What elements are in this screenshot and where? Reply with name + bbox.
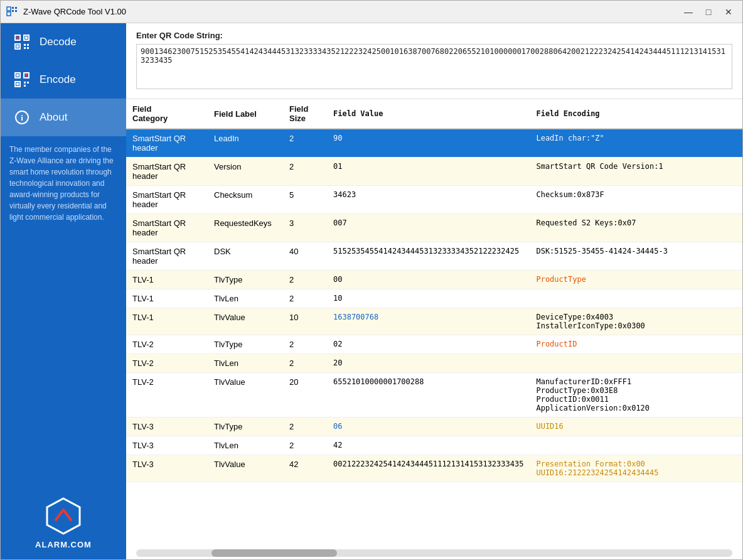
cell-encoding: ProductType: [530, 271, 742, 289]
cell-value: 01: [327, 158, 530, 186]
maximize-button[interactable]: □: [700, 4, 717, 19]
header-value: Field Value: [327, 99, 530, 129]
data-table: FieldCategory Field Label FieldSize Fiel…: [126, 99, 742, 482]
cell-value: 02: [327, 335, 530, 354]
svg-rect-13: [27, 44, 29, 46]
cell-encoding: [530, 354, 742, 373]
table-row[interactable]: SmartStart QR headerDSK40515253545541424…: [126, 242, 742, 271]
svg-rect-14: [24, 47, 26, 49]
table-row[interactable]: TLV-1TlvLen210: [126, 289, 742, 308]
minimize-button[interactable]: —: [680, 4, 697, 19]
table-row[interactable]: TLV-1TlvValue101638700768DeviceType:0x40…: [126, 308, 742, 335]
cell-size: 2: [283, 289, 327, 308]
table-row[interactable]: TLV-3TlvLen242: [126, 436, 742, 455]
main-window: Z-Wave QRCode Tool V1.00 — □ ✕: [0, 0, 743, 560]
cell-value: 5152535455414243444531323333435212223242…: [327, 242, 530, 271]
svg-rect-7: [16, 36, 19, 39]
table-row[interactable]: SmartStart QR headerLeadIn290LeadIn char…: [126, 129, 742, 158]
cell-label: Checksum: [208, 186, 283, 214]
table-row[interactable]: SmartStart QR headerChecksum534623Checks…: [126, 186, 742, 214]
title-bar: Z-Wave QRCode Tool V1.00 — □ ✕: [1, 1, 742, 23]
cell-encoding: ManufacturerID:0xFFF1 ProductType:0x03E8…: [530, 373, 742, 417]
cell-encoding: [530, 436, 742, 455]
cell-encoding: Requested S2 Keys:0x07: [530, 214, 742, 242]
cell-value: 00: [327, 271, 530, 289]
svg-rect-22: [24, 82, 26, 83]
data-table-container[interactable]: FieldCategory Field Label FieldSize Fiel…: [126, 99, 742, 547]
window-title: Z-Wave QRCode Tool V1.00: [23, 7, 680, 16]
cell-value: 007: [327, 214, 530, 242]
encode-icon: [13, 71, 31, 89]
cell-encoding: LeadIn char:"Z": [530, 129, 742, 158]
cell-label: TlvValue: [208, 308, 283, 335]
cell-label: DSK: [208, 242, 283, 271]
logo-area: ALARM.COM: [1, 486, 126, 559]
cell-category: TLV-3: [126, 436, 208, 455]
table-row[interactable]: TLV-3TlvType206UUID16: [126, 417, 742, 436]
svg-rect-1: [12, 7, 14, 9]
decode-icon: [13, 33, 31, 51]
cell-encoding: DSK:51525-35455-41424-34445-3: [530, 242, 742, 271]
horizontal-scrollbar[interactable]: [136, 549, 732, 557]
cell-label: TlvType: [208, 417, 283, 436]
svg-rect-12: [24, 44, 26, 46]
cell-category: TLV-2: [126, 354, 208, 373]
svg-rect-4: [15, 10, 17, 12]
cell-category: SmartStart QR header: [126, 129, 208, 158]
header-size: FieldSize: [283, 99, 327, 129]
svg-rect-21: [16, 83, 19, 85]
qr-input-field[interactable]: [136, 44, 732, 89]
about-description: The member companies of the Z-Wave Allia…: [1, 136, 126, 486]
table-header-row: FieldCategory Field Label FieldSize Fiel…: [126, 99, 742, 129]
cell-label: TlvLen: [208, 289, 283, 308]
right-panel: Enter QR Code String: FieldCategory Fiel…: [126, 23, 742, 559]
cell-size: 2: [283, 335, 327, 354]
svg-rect-3: [12, 10, 14, 12]
scrollbar-thumb[interactable]: [211, 549, 337, 557]
svg-text:i: i: [21, 113, 23, 122]
cell-encoding: UUID16: [530, 417, 742, 436]
alarm-logo-icon: [43, 496, 83, 536]
sidebar-item-encode[interactable]: Encode: [1, 61, 126, 99]
cell-category: SmartStart QR header: [126, 242, 208, 271]
cell-label: TlvValue: [208, 455, 283, 482]
cell-label: TlvType: [208, 335, 283, 354]
cell-encoding: SmartStart QR Code Version:1: [530, 158, 742, 186]
table-row[interactable]: SmartStart QR headerRequestedKeys3007Req…: [126, 214, 742, 242]
cell-size: 2: [283, 271, 327, 289]
cell-encoding: DeviceType:0x4003 InstallerIconType:0x03…: [530, 308, 742, 335]
svg-rect-5: [7, 12, 11, 16]
cell-size: 2: [283, 129, 327, 158]
svg-rect-19: [25, 74, 28, 77]
cell-label: LeadIn: [208, 129, 283, 158]
qr-input-label: Enter QR Code String:: [136, 31, 732, 40]
sidebar-item-decode[interactable]: Decode: [1, 23, 126, 61]
cell-value: 34623: [327, 186, 530, 214]
svg-rect-0: [7, 7, 11, 11]
table-row[interactable]: TLV-3TlvValue420021222324254142434445111…: [126, 455, 742, 482]
main-content: Decode Encode: [1, 23, 742, 559]
table-row[interactable]: TLV-2TlvValue2065521010000001700288Manuf…: [126, 373, 742, 417]
cell-label: RequestedKeys: [208, 214, 283, 242]
table-row[interactable]: TLV-1TlvType200ProductType: [126, 271, 742, 289]
cell-size: 20: [283, 373, 327, 417]
svg-rect-9: [25, 36, 28, 39]
cell-size: 42: [283, 455, 327, 482]
cell-size: 10: [283, 308, 327, 335]
table-row[interactable]: SmartStart QR headerVersion201SmartStart…: [126, 158, 742, 186]
window-controls: — □ ✕: [680, 4, 737, 19]
cell-category: TLV-1: [126, 308, 208, 335]
table-row[interactable]: TLV-2TlvLen220: [126, 354, 742, 373]
table-body: SmartStart QR headerLeadIn290LeadIn char…: [126, 129, 742, 482]
cell-size: 40: [283, 242, 327, 271]
cell-category: SmartStart QR header: [126, 186, 208, 214]
close-button[interactable]: ✕: [720, 4, 737, 19]
sidebar-item-about[interactable]: i About: [1, 99, 126, 136]
cell-size: 3: [283, 214, 327, 242]
header-category: FieldCategory: [126, 99, 208, 129]
cell-size: 2: [283, 417, 327, 436]
cell-category: TLV-2: [126, 373, 208, 417]
about-icon: i: [13, 109, 31, 126]
table-row[interactable]: TLV-2TlvType202ProductID: [126, 335, 742, 354]
cell-value: 1638700768: [327, 308, 530, 335]
